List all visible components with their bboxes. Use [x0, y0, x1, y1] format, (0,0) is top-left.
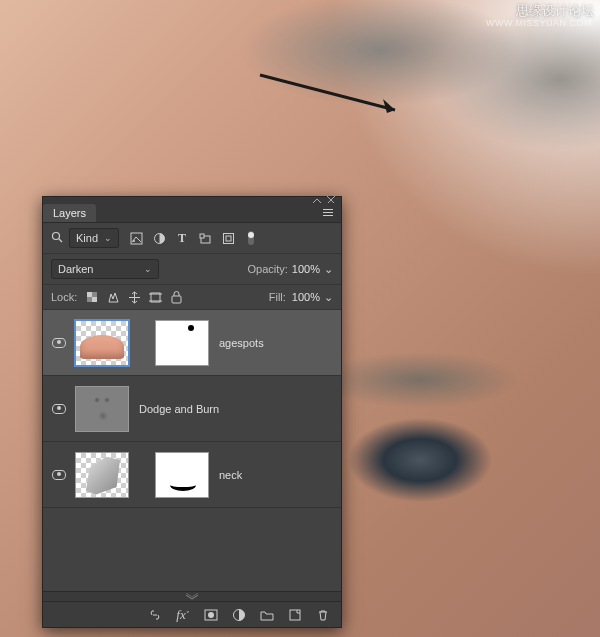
blend-mode-dropdown[interactable]: Darken ⌄: [51, 259, 159, 279]
lock-row: Lock: Fill: 100% ⌄: [43, 285, 341, 310]
lock-all-icon[interactable]: [169, 290, 183, 304]
chevron-down-icon: ⌄: [324, 263, 333, 276]
panel-tabs: Layers: [43, 203, 341, 223]
svg-rect-10: [200, 234, 204, 238]
svg-point-26: [208, 612, 214, 618]
svg-point-4: [53, 232, 60, 239]
lock-image-icon[interactable]: [106, 290, 120, 304]
layer-agespots[interactable]: agespots: [43, 310, 341, 376]
layer-dodge-and-burn[interactable]: Dodge and Burn: [43, 376, 341, 442]
fill-value: 100%: [292, 291, 320, 303]
new-group-button[interactable]: [259, 607, 275, 623]
layers-panel: Layers Kind ⌄ T Darken ⌄ Opacity: 100% ⌄: [42, 196, 342, 628]
delete-layer-button[interactable]: [315, 607, 331, 623]
add-mask-button[interactable]: [203, 607, 219, 623]
layer-name[interactable]: neck: [209, 469, 242, 481]
opacity-control[interactable]: Opacity: 100% ⌄: [248, 263, 334, 276]
blend-row: Darken ⌄ Opacity: 100% ⌄: [43, 254, 341, 285]
layer-thumbnail[interactable]: [75, 452, 129, 498]
fill-label: Fill:: [269, 291, 286, 303]
svg-rect-24: [172, 296, 181, 303]
layers-bottom-bar: fx˅: [43, 601, 341, 627]
svg-rect-15: [87, 292, 92, 297]
layer-mask-thumbnail[interactable]: [155, 320, 209, 366]
svg-rect-6: [131, 233, 142, 244]
filter-kind-label: Kind: [76, 232, 98, 244]
panel-menu-button[interactable]: [315, 209, 341, 216]
svg-rect-12: [226, 236, 231, 241]
svg-point-14: [248, 232, 254, 238]
chevron-down-icon: ⌄: [324, 291, 333, 304]
svg-line-5: [59, 239, 62, 242]
layer-thumbnail[interactable]: [75, 320, 129, 366]
layer-name[interactable]: agespots: [209, 337, 264, 349]
layer-mask-thumbnail[interactable]: [155, 452, 209, 498]
filter-pixel-icon[interactable]: [129, 231, 143, 245]
visibility-eye-icon[interactable]: [52, 470, 66, 480]
layer-name[interactable]: Dodge and Burn: [129, 403, 219, 415]
chevron-down-icon: ⌄: [104, 233, 112, 243]
blend-mode-value: Darken: [58, 263, 93, 275]
layer-effects-button[interactable]: fx˅: [175, 607, 191, 623]
filter-type-text-icon[interactable]: T: [175, 231, 189, 245]
layers-list: agespots Dodge and Burn neck: [43, 310, 341, 591]
fill-control[interactable]: Fill: 100% ⌄: [269, 291, 333, 304]
svg-rect-16: [92, 297, 97, 302]
watermark-sub: WWW.MISSYUAN.COM: [486, 18, 592, 28]
svg-rect-17: [92, 292, 97, 297]
filter-toggle-switch[interactable]: [244, 231, 258, 245]
filter-row: Kind ⌄ T: [43, 223, 341, 254]
search-icon: [51, 231, 63, 246]
lock-position-icon[interactable]: [127, 290, 141, 304]
svg-rect-11: [223, 233, 233, 243]
annotation-arrow: [255, 65, 415, 125]
chevron-down-icon: ⌄: [144, 264, 152, 274]
visibility-eye-icon[interactable]: [52, 404, 66, 414]
svg-rect-28: [290, 610, 300, 620]
svg-rect-18: [87, 297, 92, 302]
tab-layers[interactable]: Layers: [43, 204, 96, 222]
lock-artboard-icon[interactable]: [148, 290, 162, 304]
svg-line-0: [260, 75, 395, 110]
filter-type-icons: T: [129, 231, 258, 245]
filter-adjustment-icon[interactable]: [152, 231, 166, 245]
opacity-value: 100%: [292, 263, 320, 275]
layer-thumbnail[interactable]: [75, 386, 129, 432]
visibility-eye-icon[interactable]: [52, 338, 66, 348]
layer-neck[interactable]: neck: [43, 442, 341, 508]
link-layers-button[interactable]: [147, 607, 163, 623]
filter-kind-dropdown[interactable]: Kind ⌄: [69, 228, 119, 248]
new-adjustment-button[interactable]: [231, 607, 247, 623]
panel-resize-grip[interactable]: [43, 591, 341, 601]
filter-smartobject-icon[interactable]: [221, 231, 235, 245]
filter-shape-icon[interactable]: [198, 231, 212, 245]
opacity-label: Opacity:: [248, 263, 288, 275]
lock-transparent-icon[interactable]: [85, 290, 99, 304]
lock-label: Lock:: [51, 291, 77, 303]
new-layer-button[interactable]: [287, 607, 303, 623]
